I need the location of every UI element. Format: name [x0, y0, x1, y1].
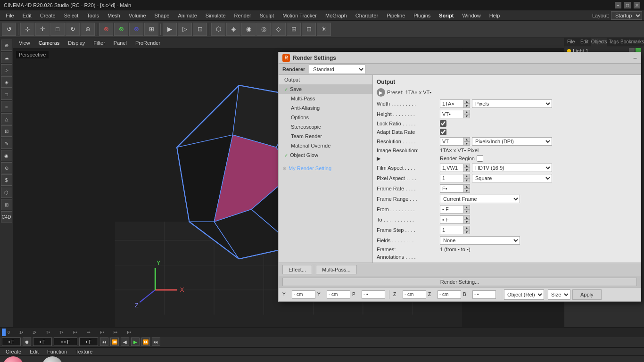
- height-input[interactable]: [440, 110, 463, 118]
- lt-btn-10[interactable]: ◉: [1, 150, 12, 161]
- frame-rate-input[interactable]: [440, 184, 463, 193]
- menu-mograph[interactable]: MoGraph: [322, 12, 351, 19]
- lt-btn-15[interactable]: C4D: [1, 211, 12, 222]
- rp-tab-edit[interactable]: Edit: [578, 38, 591, 46]
- rs-item-stereo[interactable]: Stereoscopic: [279, 122, 372, 132]
- rs-item-objectglow[interactable]: ✓ Object Glow: [279, 150, 372, 160]
- menu-pipeline[interactable]: Pipeline: [383, 12, 409, 19]
- transform-tool[interactable]: ⊞: [144, 23, 158, 36]
- menu-shape[interactable]: Shape: [151, 12, 173, 19]
- my-render-setting-label[interactable]: My Render Setting: [289, 165, 331, 171]
- adapt-rate-checkbox[interactable]: [440, 129, 446, 135]
- pa-up[interactable]: ▲: [463, 174, 470, 178]
- rs-item-options[interactable]: Options: [279, 113, 372, 122]
- frame-step-input[interactable]: [440, 226, 463, 234]
- fr-down[interactable]: ▼: [463, 189, 470, 193]
- apply-button[interactable]: Apply: [572, 289, 602, 300]
- frame-end[interactable]: [79, 337, 98, 346]
- rs-item-save[interactable]: ✓ Save: [279, 84, 372, 94]
- res-down[interactable]: ▼: [463, 141, 470, 146]
- menu-mesh[interactable]: Mesh: [104, 12, 124, 19]
- tl-start[interactable]: ⏮: [100, 337, 108, 346]
- pixel-aspect-input[interactable]: [440, 174, 463, 182]
- material-item-2[interactable]: Mat: [41, 355, 73, 362]
- menu-help[interactable]: Help: [486, 12, 504, 19]
- resolution-input[interactable]: [440, 137, 463, 146]
- renderer-select[interactable]: Standard Physical ProRender: [309, 65, 365, 74]
- rs-item-output[interactable]: Output: [279, 75, 372, 84]
- preset-button[interactable]: ▶: [377, 88, 385, 97]
- to-down[interactable]: ▼: [463, 220, 470, 224]
- menu-volume[interactable]: Volume: [125, 12, 150, 19]
- fields-select[interactable]: None Even Odd: [440, 236, 520, 245]
- from-up[interactable]: ▲: [463, 205, 470, 209]
- add-tool[interactable]: ⊕: [81, 23, 95, 36]
- material-item-1[interactable]: Mat.1: [2, 355, 37, 362]
- lt-btn-4[interactable]: ◈: [1, 76, 12, 88]
- multi-pass-button[interactable]: Multi-Pass...: [316, 265, 357, 274]
- vp-tab-view[interactable]: View: [15, 39, 34, 47]
- lt-btn-12[interactable]: $: [1, 174, 12, 186]
- timeline-btn1[interactable]: ▶: [163, 23, 177, 36]
- width-down[interactable]: ▼: [463, 104, 470, 108]
- vp-tab-filter[interactable]: Filter: [90, 39, 108, 47]
- p-input[interactable]: [362, 290, 385, 299]
- lt-btn-2[interactable]: ☁: [1, 52, 12, 63]
- menu-file[interactable]: File: [2, 12, 18, 19]
- tl-play[interactable]: ▶: [131, 337, 140, 346]
- menu-motion-tracker[interactable]: Motion Tracker: [279, 12, 321, 19]
- tl-prev[interactable]: ⏪: [110, 337, 119, 346]
- lt-btn-8[interactable]: ⊡: [1, 125, 12, 137]
- lt-btn-14[interactable]: ⊞: [1, 199, 12, 210]
- fs-up[interactable]: ▲: [463, 226, 470, 230]
- vp-tab-display[interactable]: Display: [64, 39, 89, 47]
- menu-select[interactable]: Select: [60, 12, 83, 19]
- fr-up[interactable]: ▲: [463, 184, 470, 189]
- lock-ratio-checkbox[interactable]: [440, 120, 446, 127]
- object-rel-select[interactable]: Object (Rel) World: [504, 289, 544, 300]
- select-tool[interactable]: ⊹: [20, 23, 34, 36]
- z2-input[interactable]: [438, 290, 461, 299]
- menu-character[interactable]: Character: [352, 12, 382, 19]
- layout-select[interactable]: Startup: [611, 11, 642, 20]
- y-axis[interactable]: ⊗: [114, 23, 128, 36]
- rs-item-matoverride[interactable]: Material Override: [279, 141, 372, 150]
- undo-button[interactable]: ↺: [2, 23, 16, 36]
- size-select[interactable]: Size: [548, 289, 570, 300]
- menu-tools[interactable]: Tools: [83, 12, 103, 19]
- rs-item-aa[interactable]: Anti-Aliasing: [279, 103, 372, 113]
- menu-window[interactable]: Window: [459, 12, 485, 19]
- height-down[interactable]: ▼: [463, 114, 470, 118]
- film-aspect-input[interactable]: [440, 164, 463, 172]
- render-setting-button[interactable]: Render Setting...: [282, 278, 637, 286]
- fa-down[interactable]: ▼: [463, 168, 470, 172]
- tl-next[interactable]: ⏩: [141, 337, 150, 346]
- rs-item-teamrender[interactable]: Team Render: [279, 132, 372, 141]
- menu-render[interactable]: Render: [231, 12, 255, 19]
- grid-tool[interactable]: ⊞: [287, 23, 301, 36]
- light-tool[interactable]: ☀: [317, 23, 331, 36]
- vp-tab-prorender[interactable]: ProRender: [132, 39, 164, 47]
- render-region-checkbox[interactable]: [477, 155, 483, 162]
- maximize-button[interactable]: □: [624, 2, 631, 8]
- resolution-unit-select[interactable]: Pixels/Inch (DPI) Pixels/cm: [472, 137, 552, 146]
- rs-item-multipass[interactable]: Multi-Pass: [279, 94, 372, 103]
- node-tool[interactable]: ◈: [226, 23, 240, 36]
- lt-btn-5[interactable]: □: [1, 89, 12, 100]
- lt-btn-13[interactable]: ⬡: [1, 187, 12, 198]
- menu-edit[interactable]: Edit: [19, 12, 35, 19]
- paint-tool[interactable]: ◉: [241, 23, 256, 36]
- menu-script[interactable]: Script: [435, 12, 457, 19]
- spline-tool[interactable]: ◎: [256, 23, 271, 36]
- rp-tab-bookmarks[interactable]: Bookmarks: [620, 38, 644, 46]
- frame-input[interactable]: [2, 337, 21, 346]
- pa-down[interactable]: ▼: [463, 178, 470, 182]
- effect-button[interactable]: Effect...: [282, 265, 312, 274]
- menu-sculpt[interactable]: Sculpt: [256, 12, 278, 19]
- lt-btn-9[interactable]: ✎: [1, 138, 12, 149]
- y2-input[interactable]: [327, 290, 350, 299]
- width-input[interactable]: [440, 99, 463, 108]
- vp-tab-panel[interactable]: Panel: [110, 39, 131, 47]
- move-tool[interactable]: ✛: [35, 23, 50, 36]
- lt-btn-3[interactable]: ▷: [1, 64, 12, 75]
